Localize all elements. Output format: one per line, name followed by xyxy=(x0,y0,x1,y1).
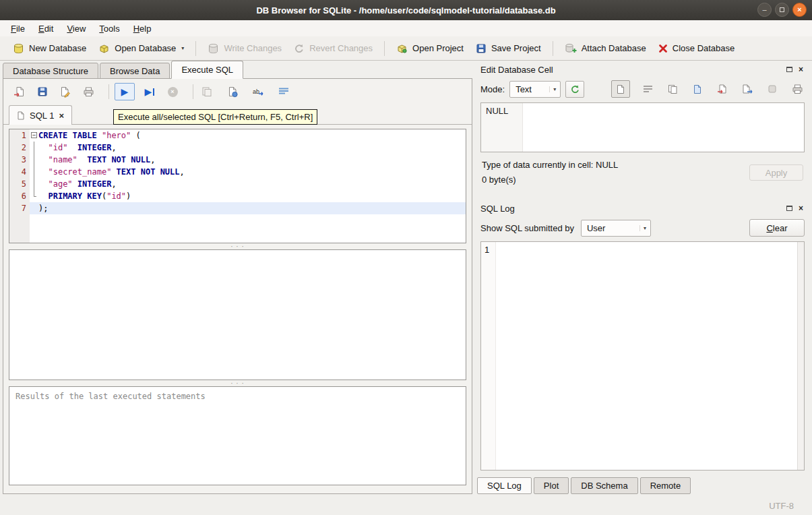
editor-line[interactable]: 2 "id" INTEGER, xyxy=(9,142,466,154)
paste-cell-icon[interactable] xyxy=(690,82,705,96)
line-number: 1 xyxy=(9,129,30,142)
fold-guide xyxy=(30,190,38,202)
editor-line[interactable]: 4 "secret_name" TEXT NOT NULL, xyxy=(9,166,466,178)
window-controls: – × xyxy=(757,3,807,17)
results-grid-pane[interactable] xyxy=(9,249,466,380)
close-button[interactable]: × xyxy=(792,3,807,17)
toolbar-separator xyxy=(553,41,553,56)
attach-database-button[interactable]: Attach Database xyxy=(559,40,652,57)
code-text: "secret_name" TEXT NOT NULL, xyxy=(38,166,466,178)
fold-marker[interactable]: − xyxy=(30,129,38,142)
sql-log-area[interactable]: 1 xyxy=(480,241,805,471)
chevron-down-icon: ▾ xyxy=(549,86,556,92)
status-bar: UTF-8 xyxy=(0,497,812,515)
export-cell-data-icon[interactable] xyxy=(740,82,755,96)
editor-line[interactable]: 5 "age" INTEGER, xyxy=(9,178,466,190)
window-title: DB Browser for SQLite - /home/user/code/… xyxy=(256,5,555,16)
cell-editor[interactable]: NULL xyxy=(480,102,805,152)
line-number: 2 xyxy=(9,142,30,154)
tab-sql-log[interactable]: SQL Log xyxy=(477,477,532,494)
menu-view[interactable]: View xyxy=(60,22,92,36)
line-number: 4 xyxy=(9,166,30,178)
clear-log-button[interactable]: Clear xyxy=(749,219,805,237)
open-project-button[interactable]: Open Project xyxy=(390,40,470,57)
cell-info-row: Type of data currently in cell: NULL 0 b… xyxy=(475,156,810,193)
tab-plot[interactable]: Plot xyxy=(534,477,569,494)
code-text: "name" TEXT NOT NULL, xyxy=(38,154,466,166)
fold-guide xyxy=(30,154,38,166)
stop-icon: × xyxy=(168,87,178,97)
window-titlebar[interactable]: DB Browser for SQLite - /home/user/code/… xyxy=(0,0,812,20)
line-number: 7 xyxy=(9,202,30,214)
save-sql-as-button[interactable] xyxy=(57,84,73,100)
export-results-button xyxy=(199,84,215,100)
toolbar-separator xyxy=(108,84,109,99)
close-dock-icon[interactable]: × xyxy=(799,204,803,212)
minimize-button[interactable]: – xyxy=(757,3,772,17)
cell-value: NULL xyxy=(486,106,508,116)
stop-button: × xyxy=(164,84,181,100)
editor-line[interactable]: 6 PRIMARY KEY("id") xyxy=(9,190,466,202)
toolbar-separator xyxy=(384,41,385,56)
open-database-button[interactable]: Open Database ▾ xyxy=(92,40,190,57)
editor-line[interactable]: 3 "name" TEXT NOT NULL, xyxy=(9,154,466,166)
copy-cell-icon[interactable] xyxy=(665,82,680,96)
execute-sql-panel: ▶ ▶ × ab SQL 1 × 1−CREATE TABLE "hero" (… xyxy=(3,78,472,494)
print-cell-icon[interactable] xyxy=(790,82,805,96)
code-text: "id" INTEGER, xyxy=(38,142,466,154)
line-number: 6 xyxy=(9,190,30,202)
tab-database-structure[interactable]: Database Structure xyxy=(3,63,98,79)
log-filter-select[interactable]: User ▾ xyxy=(581,220,651,237)
tab-browse-data[interactable]: Browse Data xyxy=(100,63,170,79)
open-database-dropdown-icon[interactable]: ▾ xyxy=(181,45,184,51)
menu-file[interactable]: File xyxy=(4,22,32,36)
format-sql-button[interactable] xyxy=(276,84,292,100)
save-project-button[interactable]: Save Project xyxy=(470,40,547,57)
float-dock-icon[interactable] xyxy=(786,67,792,72)
code-text: CREATE TABLE "hero" ( xyxy=(38,129,466,142)
execute-line-button[interactable]: ▶ xyxy=(142,84,158,100)
save-sql-file-button[interactable] xyxy=(34,84,51,100)
refresh-cell-button[interactable] xyxy=(565,81,584,98)
text-mode-button[interactable] xyxy=(611,80,630,98)
results-message-pane[interactable]: Results of the last executed statements xyxy=(9,386,466,485)
execute-all-button[interactable]: ▶ xyxy=(115,83,135,100)
new-database-button[interactable]: New Database xyxy=(7,40,92,57)
close-database-button[interactable]: Close Database xyxy=(652,40,741,56)
sql-log-controls: Show SQL submitted by User ▾ Clear xyxy=(475,216,810,240)
splitter-handle[interactable] xyxy=(3,380,472,386)
edit-cell-controls: Mode: Text ▾ xyxy=(475,77,810,101)
menu-help[interactable]: Help xyxy=(127,22,158,36)
tab-execute-sql[interactable]: Execute SQL xyxy=(171,61,243,79)
float-dock-icon[interactable] xyxy=(786,206,792,211)
autocomplete-button[interactable]: ab xyxy=(250,84,266,100)
log-scrollbar[interactable] xyxy=(797,242,804,470)
print-button[interactable] xyxy=(80,84,96,100)
sql-log-title: SQL Log xyxy=(480,204,515,214)
menu-edit[interactable]: Edit xyxy=(32,22,60,36)
splitter-handle[interactable] xyxy=(3,243,472,249)
open-external-button[interactable] xyxy=(224,84,241,100)
editor-line[interactable]: 7); xyxy=(9,202,466,214)
word-wrap-icon[interactable] xyxy=(640,82,655,96)
cell-size-info: 0 byte(s) xyxy=(482,173,618,187)
encoding-indicator[interactable]: UTF-8 xyxy=(769,501,794,511)
menu-bar: File Edit View Tools Help xyxy=(0,20,812,36)
close-dock-icon[interactable]: × xyxy=(799,65,803,73)
tab-remote[interactable]: Remote xyxy=(640,477,691,494)
open-sql-file-button[interactable] xyxy=(11,84,28,100)
editor-line[interactable]: 1−CREATE TABLE "hero" ( xyxy=(9,129,466,142)
sql-editor-fill[interactable] xyxy=(9,214,466,243)
mode-select[interactable]: Text ▾ xyxy=(509,81,561,98)
maximize-button[interactable] xyxy=(775,3,789,17)
menu-tools[interactable]: Tools xyxy=(92,22,126,36)
import-cell-data-icon[interactable] xyxy=(715,82,730,96)
sql-tab-close-icon[interactable]: × xyxy=(59,111,64,121)
sql-file-tab[interactable]: SQL 1 × xyxy=(9,105,72,125)
sql-toolbar: ▶ ▶ × ab xyxy=(3,79,472,104)
tab-db-schema[interactable]: DB Schema xyxy=(571,477,637,494)
sql-editor[interactable]: 1−CREATE TABLE "hero" (2 "id" INTEGER,3 … xyxy=(9,129,466,243)
line-number: 5 xyxy=(9,178,30,190)
set-null-icon xyxy=(765,82,780,96)
fold-guide xyxy=(30,178,38,190)
